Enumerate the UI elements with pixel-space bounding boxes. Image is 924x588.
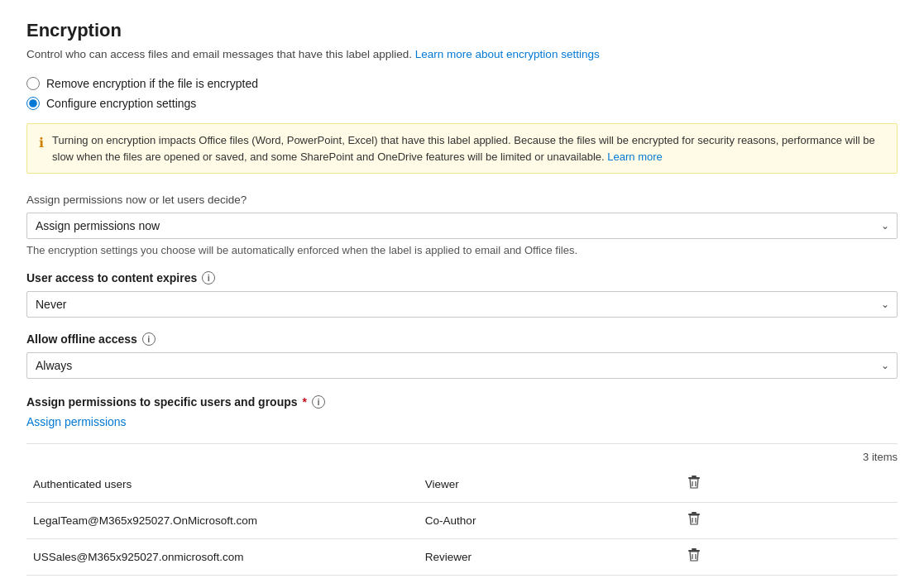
offline-access-info-icon: i bbox=[142, 332, 156, 346]
radio-configure-encryption-label: Configure encryption settings bbox=[46, 97, 196, 110]
items-count: 3 items bbox=[26, 451, 898, 463]
delete-row-3-icon[interactable] bbox=[687, 547, 701, 566]
required-star: * bbox=[303, 395, 307, 409]
radio-remove-encryption-label: Remove encryption if the file is encrypt… bbox=[46, 77, 258, 90]
info-box-text: Turning on encryption impacts Office fil… bbox=[52, 132, 885, 165]
svg-rect-8 bbox=[692, 548, 697, 550]
info-box-link[interactable]: Learn more bbox=[607, 151, 662, 163]
assign-permissions-label: Assign permissions now or let users deci… bbox=[26, 194, 898, 206]
user-access-label: User access to content expires i bbox=[26, 271, 898, 284]
delete-row-2-icon[interactable] bbox=[687, 511, 701, 530]
assign-users-section: Assign permissions to specific users and… bbox=[26, 395, 898, 428]
assign-permissions-section: Assign permissions now or let users deci… bbox=[26, 194, 898, 256]
table-cell-role-3: Reviewer bbox=[419, 539, 680, 576]
learn-more-encryption-link[interactable]: Learn more about encryption settings bbox=[415, 48, 600, 60]
user-access-section: User access to content expires i Never O… bbox=[26, 271, 898, 318]
user-access-dropdown-wrapper: Never On a specific date A number of day… bbox=[26, 291, 898, 318]
radio-remove-encryption[interactable]: Remove encryption if the file is encrypt… bbox=[26, 77, 898, 90]
svg-rect-4 bbox=[692, 512, 697, 514]
encryption-options: Remove encryption if the file is encrypt… bbox=[26, 77, 898, 110]
offline-access-section: Allow offline access i Always Never Only… bbox=[26, 332, 898, 379]
info-box: ℹ Turning on encryption impacts Office f… bbox=[26, 123, 898, 174]
radio-configure-encryption[interactable]: Configure encryption settings bbox=[26, 97, 898, 110]
table-cell-role-2: Co-Author bbox=[419, 503, 680, 539]
offline-access-select[interactable]: Always Never Only for a number of days bbox=[26, 352, 898, 379]
user-access-select[interactable]: Never On a specific date A number of day… bbox=[26, 291, 898, 318]
radio-remove-encryption-input[interactable] bbox=[26, 77, 40, 90]
table-row: Authenticated users Viewer bbox=[26, 466, 898, 503]
assign-users-info-icon: i bbox=[312, 395, 325, 409]
info-icon: ℹ bbox=[39, 133, 44, 165]
assign-permissions-dropdown-wrapper: Assign permissions now Let users assign … bbox=[26, 213, 898, 239]
assign-permissions-link[interactable]: Assign permissions bbox=[26, 415, 127, 428]
table-cell-user-3: USSales@M365x925027.onmicrosoft.com bbox=[26, 539, 419, 576]
table-cell-user-1: Authenticated users bbox=[26, 466, 419, 503]
assign-permissions-select[interactable]: Assign permissions now Let users assign … bbox=[26, 213, 898, 239]
table-row: LegalTeam@M365x925027.OnMicrosoft.com Co… bbox=[26, 503, 898, 539]
table-cell-action-1 bbox=[680, 466, 898, 503]
radio-configure-encryption-input[interactable] bbox=[26, 97, 40, 110]
offline-access-dropdown-wrapper: Always Never Only for a number of days ⌄ bbox=[26, 352, 898, 379]
table-cell-action-2 bbox=[680, 503, 898, 539]
table-cell-role-1: Viewer bbox=[419, 466, 680, 503]
delete-row-1-icon[interactable] bbox=[687, 475, 701, 494]
offline-access-label: Allow offline access i bbox=[26, 332, 898, 346]
divider bbox=[26, 443, 898, 444]
table-row: USSales@M365x925027.onmicrosoft.com Revi… bbox=[26, 539, 898, 576]
permissions-table: Authenticated users Viewer LegalTeam@M36… bbox=[26, 466, 898, 576]
table-cell-action-3 bbox=[680, 539, 898, 576]
assign-permissions-helper-text: The encryption settings you choose will … bbox=[26, 244, 898, 256]
user-access-info-icon: i bbox=[202, 271, 215, 284]
page-subtitle: Control who can access files and email m… bbox=[26, 48, 898, 60]
table-cell-user-2: LegalTeam@M365x925027.OnMicrosoft.com bbox=[26, 503, 419, 539]
svg-rect-0 bbox=[692, 476, 697, 477]
page-title: Encryption bbox=[26, 20, 898, 41]
assign-users-label: Assign permissions to specific users and… bbox=[26, 395, 898, 409]
